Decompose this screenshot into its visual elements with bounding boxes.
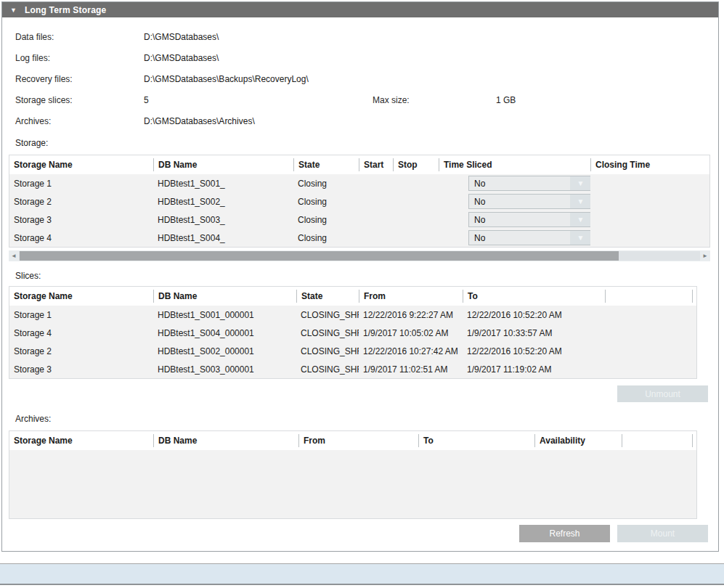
cell-state: Closing	[293, 233, 359, 243]
table-row[interactable]: Storage 1HDBtest1_S001_000001CLOSING_SHR…	[9, 306, 696, 324]
col-header-storage-name[interactable]: Storage Name	[9, 434, 153, 447]
storage-slices-value: 5	[144, 95, 373, 105]
cell-time-sliced: No▼	[439, 176, 590, 191]
panel-title: Long Term Storage	[25, 5, 107, 15]
panel-content: Data files: D:\GMSDatabases\ Log files: …	[2, 17, 718, 542]
col-header-state[interactable]: State	[296, 290, 359, 303]
time-sliced-dropdown[interactable]: No▼	[468, 212, 590, 227]
cell-state: CLOSING_SHR	[296, 328, 359, 338]
col-header-closing-time[interactable]: Closing Time	[590, 158, 709, 171]
cell-from: 12/22/2016 10:27:42 AM	[359, 346, 463, 356]
dropdown-selected-value: No	[469, 215, 570, 225]
data-files-value: D:\GMSDatabases\	[144, 32, 373, 42]
scrollbar-track[interactable]	[19, 251, 700, 261]
cell-db-name: HDBtest1_S004_	[153, 233, 293, 243]
slices-table-header: Storage Name DB Name State From To	[9, 287, 696, 306]
cell-db-name: HDBtest1_S004_000001	[153, 328, 296, 338]
table-row[interactable]: Storage 1HDBtest1_S001_ClosingNo▼	[9, 174, 709, 192]
cell-state: Closing	[293, 197, 359, 207]
cell-storage-name: Storage 4	[9, 328, 153, 338]
cell-storage-name: Storage 4	[9, 233, 153, 243]
data-files-label: Data files:	[15, 32, 144, 42]
storage-table: Storage Name DB Name State Start Stop Ti…	[9, 155, 710, 248]
col-header-start[interactable]: Start	[359, 158, 393, 171]
chevron-down-icon[interactable]: ▼	[570, 231, 590, 245]
time-sliced-dropdown[interactable]: No▼	[468, 230, 590, 245]
col-header-db-name[interactable]: DB Name	[153, 158, 293, 171]
col-header-sliver	[692, 434, 701, 447]
scroll-left-icon[interactable]: ◄	[9, 250, 19, 261]
scrollbar-thumb[interactable]	[20, 251, 619, 261]
max-size-label: Max size:	[373, 95, 496, 105]
chevron-down-icon[interactable]: ▼	[570, 176, 590, 190]
dropdown-selected-value: No	[469, 179, 570, 189]
field-recovery-files: Recovery files: D:\GMSDatabases\Backups\…	[9, 68, 709, 89]
table-row[interactable]: Storage 4HDBtest1_S004_ClosingNo▼	[9, 229, 709, 247]
log-files-label: Log files:	[15, 53, 144, 63]
cell-time-sliced: No▼	[439, 230, 590, 245]
table-row[interactable]: Storage 4HDBtest1_S004_000001CLOSING_SHR…	[9, 324, 696, 342]
long-term-storage-panel: ▼ Long Term Storage Data files: D:\GMSDa…	[1, 1, 719, 552]
col-header-stop[interactable]: Stop	[393, 158, 439, 171]
mount-button[interactable]: Mount	[617, 525, 708, 542]
cell-db-name: HDBtest1_S002_000001	[153, 346, 296, 356]
col-header-time-sliced[interactable]: Time Sliced	[439, 158, 590, 171]
col-header-storage-name[interactable]: Storage Name	[9, 158, 153, 171]
cell-storage-name: Storage 2	[9, 197, 153, 207]
cell-to: 1/9/2017 10:33:57 AM	[463, 328, 605, 338]
time-sliced-dropdown[interactable]: No▼	[468, 176, 590, 191]
bottom-button-row: Refresh Mount	[9, 525, 709, 542]
col-header-state[interactable]: State	[293, 158, 359, 171]
col-header-storage-name[interactable]: Storage Name	[9, 290, 153, 303]
table-row[interactable]: Storage 2HDBtest1_S002_000001CLOSING_SHR…	[9, 342, 696, 360]
archives-table: Storage Name DB Name From To Availabilit…	[9, 430, 697, 519]
field-storage-slices: Storage slices: 5 Max size: 1 GB	[9, 89, 709, 110]
storage-slices-label: Storage slices:	[15, 95, 144, 105]
cell-storage-name: Storage 3	[9, 364, 153, 375]
cell-storage-name: Storage 3	[9, 215, 153, 225]
storage-table-header: Storage Name DB Name State Start Stop Ti…	[9, 155, 709, 174]
slices-section-label: Slices:	[15, 269, 709, 282]
collapse-arrow-icon[interactable]: ▼	[10, 7, 17, 14]
horizontal-scrollbar[interactable]: ◄ ►	[9, 250, 710, 261]
cell-storage-name: Storage 1	[9, 310, 153, 320]
slices-table-body: Storage 1HDBtest1_S001_000001CLOSING_SHR…	[9, 306, 696, 378]
table-row[interactable]: Storage 2HDBtest1_S002_ClosingNo▼	[9, 192, 709, 211]
chevron-down-icon[interactable]: ▼	[570, 195, 590, 208]
col-header-from[interactable]: From	[298, 434, 418, 447]
cell-state: CLOSING_SHR	[296, 310, 359, 320]
cell-from: 1/9/2017 11:02:51 AM	[359, 364, 463, 375]
scroll-right-icon[interactable]: ►	[700, 250, 710, 261]
col-header-empty	[605, 290, 692, 303]
cell-to: 12/22/2016 10:52:20 AM	[463, 346, 605, 356]
cell-db-name: HDBtest1_S002_	[153, 197, 293, 207]
unmount-button[interactable]: Unmount	[617, 385, 708, 402]
field-log-files: Log files: D:\GMSDatabases\	[9, 47, 709, 68]
panel-title-bar[interactable]: ▼ Long Term Storage	[2, 2, 718, 17]
cell-state: CLOSING_SHR	[296, 346, 359, 356]
archives-path-label: Archives:	[15, 116, 144, 126]
storage-table-body: Storage 1HDBtest1_S001_ClosingNo▼Storage…	[9, 174, 709, 247]
cell-from: 12/22/2016 9:22:27 AM	[359, 310, 463, 320]
col-header-sliver	[692, 290, 701, 303]
col-header-db-name[interactable]: DB Name	[153, 290, 296, 303]
cell-state: CLOSING_SHR	[296, 364, 359, 375]
chevron-down-icon[interactable]: ▼	[570, 213, 590, 226]
table-row[interactable]: Storage 3HDBtest1_S003_000001CLOSING_SHR…	[9, 360, 696, 378]
col-header-db-name[interactable]: DB Name	[153, 434, 298, 447]
col-header-from[interactable]: From	[359, 290, 463, 303]
col-header-to[interactable]: To	[463, 290, 605, 303]
max-size-value: 1 GB	[496, 95, 709, 105]
time-sliced-dropdown[interactable]: No▼	[468, 194, 590, 209]
table-row[interactable]: Storage 3HDBtest1_S003_ClosingNo▼	[9, 211, 709, 229]
slices-table: Storage Name DB Name State From To Stora…	[9, 286, 697, 379]
col-header-to[interactable]: To	[418, 434, 534, 447]
refresh-button[interactable]: Refresh	[519, 525, 610, 542]
bottom-panel-strip[interactable]	[0, 563, 724, 585]
archives-table-body	[9, 450, 696, 518]
dropdown-selected-value: No	[469, 233, 570, 243]
cell-state: Closing	[293, 179, 359, 189]
cell-db-name: HDBtest1_S001_000001	[153, 310, 296, 320]
archives-section-label: Archives:	[15, 412, 709, 425]
col-header-availability[interactable]: Availability	[534, 434, 622, 447]
